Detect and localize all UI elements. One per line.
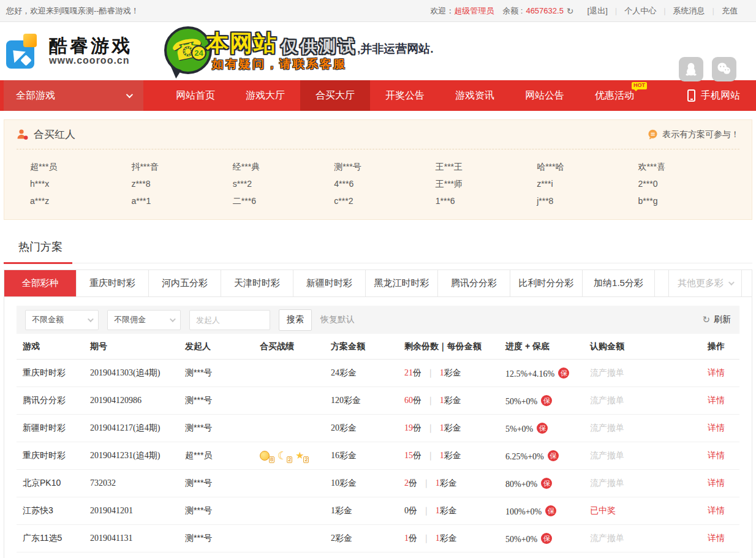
hot-user[interactable]: z***i bbox=[537, 175, 638, 192]
cell-game: 重庆时时彩 bbox=[23, 450, 90, 461]
tab-heilongjiang-ssc[interactable]: 黑龙江时时彩 bbox=[366, 270, 438, 296]
nav-item-site-notice[interactable]: 网站公告 bbox=[510, 80, 580, 111]
wechat-icon[interactable] bbox=[712, 57, 736, 81]
detail-link[interactable]: 详情 bbox=[708, 395, 725, 405]
chevron-down-icon bbox=[88, 316, 94, 322]
guarantee-badge: 保 bbox=[545, 505, 556, 516]
nav-item-game-news[interactable]: 游戏资讯 bbox=[440, 80, 510, 111]
logout-link[interactable]: [退出] bbox=[588, 6, 608, 17]
recharge-link[interactable]: 充值 bbox=[722, 6, 738, 17]
tab-hanoi-5min[interactable]: 河内五分彩 bbox=[149, 270, 221, 296]
col-remaining: 剩余份数｜每份金额 bbox=[404, 341, 505, 352]
cell-progress: 100%+0%保 bbox=[505, 505, 590, 517]
tab-ghana-1-5min[interactable]: 加纳1.5分彩 bbox=[583, 270, 655, 296]
initiator-input[interactable] bbox=[189, 310, 270, 330]
qq-icon[interactable] bbox=[679, 57, 703, 81]
messages-link[interactable]: 系统消息 bbox=[673, 6, 705, 17]
col-record: 合买战绩 bbox=[260, 341, 331, 352]
nav-item-mobile-site[interactable]: 手机网站 bbox=[687, 80, 740, 111]
star-badge-icon: ★2 bbox=[295, 451, 304, 461]
detail-link[interactable]: 详情 bbox=[708, 368, 725, 377]
hot-user[interactable]: 测***号 bbox=[334, 158, 435, 175]
cell-game: 新疆时时彩 bbox=[23, 423, 90, 434]
cell-purchase: 流产撤单 bbox=[590, 395, 665, 406]
balance-refresh-icon[interactable]: ↻ bbox=[567, 6, 574, 16]
detail-link[interactable]: 详情 bbox=[708, 450, 725, 460]
detail-link[interactable]: 详情 bbox=[708, 423, 725, 432]
cell-remaining: 2份｜1彩金 bbox=[404, 478, 505, 489]
search-button[interactable]: 搜索 bbox=[279, 309, 312, 331]
cell-remaining: 19份｜1彩金 bbox=[404, 423, 505, 434]
logo-icon bbox=[6, 34, 42, 69]
guarantee-badge: 保 bbox=[558, 368, 569, 379]
hot-user[interactable]: 经***典 bbox=[233, 158, 334, 175]
hot-user[interactable]: 哈***哈 bbox=[537, 158, 638, 175]
amount-filter-select[interactable]: 不限金额 bbox=[25, 310, 99, 330]
balance-value: 4657632.5 bbox=[526, 6, 563, 15]
greeting-text: 您好，欢迎来到嘎嘎亲测--酷睿游戏！ bbox=[6, 6, 139, 17]
cell-initiator: 测***号 bbox=[185, 533, 260, 544]
cell-amount: 1彩金 bbox=[331, 505, 404, 516]
cell-game: 广东11选5 bbox=[23, 533, 90, 544]
refresh-button[interactable]: ↻ 刷新 bbox=[702, 314, 731, 325]
plans-title: 热门方案 bbox=[18, 241, 62, 253]
hot-user[interactable]: s***2 bbox=[233, 175, 334, 192]
hot-user[interactable]: j***8 bbox=[537, 192, 638, 209]
table-row: 重庆时时彩 2019041303(追4期) 测***号 24彩金 21份｜1彩金… bbox=[17, 360, 739, 387]
cell-progress: 50%+0%保 bbox=[505, 533, 590, 545]
hot-user[interactable]: 欢***喜 bbox=[638, 158, 739, 175]
cell-issue: 2019041303(追4期) bbox=[90, 368, 185, 379]
tab-tianjin-ssc[interactable]: 天津时时彩 bbox=[221, 270, 293, 296]
reset-defaults-link[interactable]: 恢复默认 bbox=[320, 314, 355, 325]
chevron-down-icon bbox=[126, 91, 133, 98]
hot-user[interactable]: 1***6 bbox=[436, 192, 537, 209]
hot-user[interactable]: 二***6 bbox=[233, 192, 334, 209]
hot-user[interactable]: c***2 bbox=[334, 192, 435, 209]
tab-chongqing-ssc[interactable]: 重庆时时彩 bbox=[77, 270, 149, 296]
hot-user[interactable]: 王***王 bbox=[436, 158, 537, 175]
tab-xinjiang-ssc[interactable]: 新疆时时彩 bbox=[293, 270, 366, 296]
banner-contact-line: 如有疑问，请联系客服 bbox=[212, 56, 347, 72]
lottery-tabs: 全部彩种 重庆时时彩 河内五分彩 天津时时彩 新疆时时彩 黑龙江时时彩 腾讯分分… bbox=[4, 270, 752, 297]
nav-item-game-hall[interactable]: 游戏大厅 bbox=[230, 80, 300, 111]
hot-user[interactable]: 2***0 bbox=[638, 175, 739, 192]
hot-user[interactable]: 抖***音 bbox=[131, 158, 232, 175]
chevron-down-icon bbox=[170, 316, 176, 322]
detail-link[interactable]: 详情 bbox=[708, 533, 725, 543]
hot-user[interactable]: z***8 bbox=[131, 175, 232, 192]
detail-link[interactable]: 详情 bbox=[708, 478, 725, 488]
header: 酷睿游戏 www.cooroo.cn ☎ 24 本网站 仅供测试 ,并非运营网站… bbox=[0, 22, 756, 80]
hot-user[interactable]: h***x bbox=[30, 175, 131, 192]
nav-item-group-buy-hall[interactable]: 合买大厅 bbox=[300, 80, 370, 111]
all-games-dropdown[interactable]: 全部游戏 bbox=[4, 80, 143, 111]
hot-user[interactable]: 王***师 bbox=[436, 175, 537, 192]
nav-item-draw-results[interactable]: 开奖公告 bbox=[370, 80, 440, 111]
nav-item-home[interactable]: 网站首页 bbox=[161, 80, 230, 111]
profile-link[interactable]: 个人中心 bbox=[624, 6, 656, 17]
hot-user[interactable]: b***g bbox=[638, 192, 739, 209]
cell-progress: 12.5%+4.16%保 bbox=[505, 368, 590, 379]
main-nav: 全部游戏 网站首页 游戏大厅 合买大厅 开奖公告 游戏资讯 网站公告 优惠活动 … bbox=[0, 80, 756, 111]
site-logo[interactable]: 酷睿游戏 www.cooroo.cn bbox=[6, 34, 132, 69]
tab-all-lotteries[interactable]: 全部彩种 bbox=[4, 270, 77, 296]
tab-belgium-ffc[interactable]: 比利时分分彩 bbox=[510, 270, 583, 296]
detail-link[interactable]: 详情 bbox=[708, 505, 725, 515]
cell-remaining: 15份｜1彩金 bbox=[404, 450, 505, 461]
hot-user[interactable]: 超***员 bbox=[30, 158, 131, 175]
hot-user[interactable]: 4***6 bbox=[334, 175, 435, 192]
sun-badge-icon: 8 bbox=[260, 451, 270, 461]
nav-item-promotions[interactable]: 优惠活动 HOT bbox=[580, 80, 649, 111]
cell-remaining: 21份｜1彩金 bbox=[404, 368, 505, 379]
table-row: 新疆时时彩 2019041217(追4期) 测***号 20彩金 19份｜1彩金… bbox=[17, 415, 739, 442]
tab-tencent-ffc[interactable]: 腾讯分分彩 bbox=[438, 270, 510, 296]
table-header-row: 游戏 期号 发起人 合买战绩 方案金额 剩余份数｜每份金额 进度 + 保底 认购… bbox=[17, 334, 739, 360]
table-row: 北京PK10 732032 测***号 10彩金 2份｜1彩金 80%+0%保 … bbox=[17, 470, 739, 497]
cell-progress: 5%+0%保 bbox=[505, 423, 590, 434]
cell-amount: 20彩金 bbox=[331, 423, 404, 434]
commission-filter-select[interactable]: 不限佣金 bbox=[107, 310, 181, 330]
guarantee-badge: 保 bbox=[548, 450, 559, 461]
more-lotteries-dropdown[interactable]: 其他更多彩 bbox=[668, 270, 742, 296]
hot-user[interactable]: a***z bbox=[30, 192, 131, 209]
hot-user[interactable]: a***1 bbox=[131, 192, 232, 209]
guarantee-badge: 保 bbox=[541, 395, 552, 406]
